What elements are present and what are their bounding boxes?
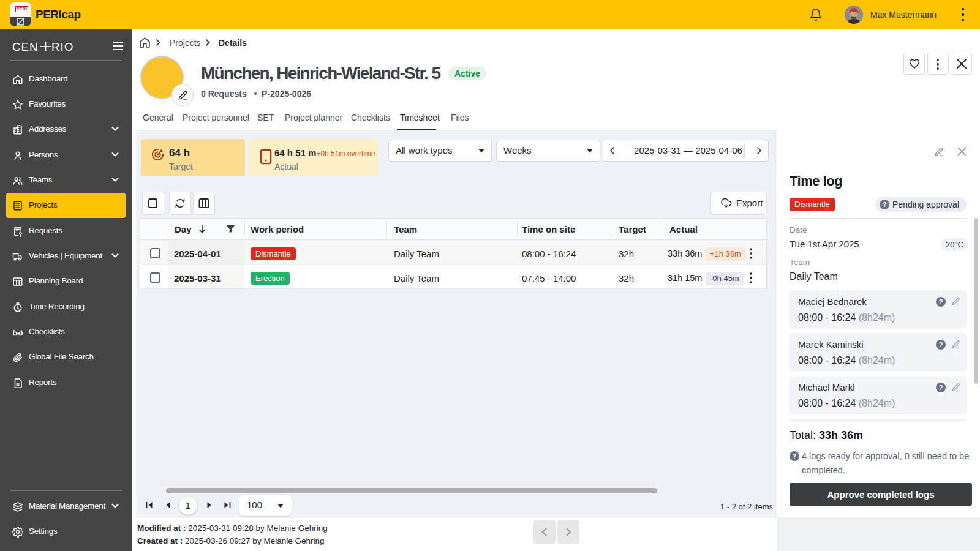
svg-text:CEN: CEN: [12, 40, 39, 53]
svg-text:RIO: RIO: [51, 40, 74, 53]
